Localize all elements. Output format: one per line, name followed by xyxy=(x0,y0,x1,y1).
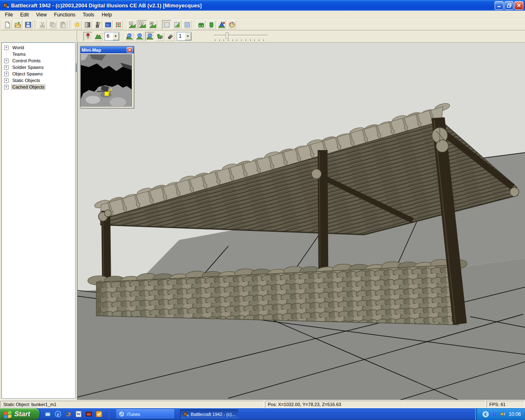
task-itunes[interactable]: iTunes xyxy=(116,409,174,419)
water-icon xyxy=(105,21,112,28)
strength-combo[interactable]: 1 ▼ xyxy=(177,32,192,41)
flatten-terrain-button[interactable] xyxy=(148,20,158,30)
tree-item-soldier-spawns[interactable]: +Soldier Spawns xyxy=(2,64,74,71)
minimap-canvas[interactable] xyxy=(80,54,132,107)
grid-detail-button[interactable] xyxy=(182,20,192,30)
slider-track[interactable] xyxy=(214,35,268,36)
object-tree-button[interactable] xyxy=(217,20,226,30)
menu-functions[interactable]: Functions xyxy=(51,11,79,18)
tree-item-static-objects[interactable]: +Static Objects xyxy=(2,77,74,84)
main-toolbar xyxy=(0,19,525,30)
minimize-button[interactable] xyxy=(495,1,504,10)
object-barrel-button[interactable] xyxy=(206,20,216,30)
marker-flower-button[interactable] xyxy=(83,32,93,41)
system-tray: 42 10:06 xyxy=(475,408,525,420)
mountain-button[interactable] xyxy=(93,32,103,41)
close-icon xyxy=(128,48,131,52)
tree-item-control-points[interactable]: +Control Points xyxy=(2,57,74,64)
menu-tools[interactable]: Tools xyxy=(80,11,98,18)
taskbar: Start e W iTunes 42 Battlecraft 1942 - (… xyxy=(0,408,525,420)
svg-text:e: e xyxy=(57,411,59,417)
start-button[interactable]: Start xyxy=(0,408,39,420)
water-level-button[interactable] xyxy=(103,20,113,30)
start-label: Start xyxy=(14,410,30,418)
restore-button[interactable] xyxy=(504,1,514,10)
battlecraft-tray-icon[interactable]: 42 xyxy=(492,412,497,417)
new-button[interactable] xyxy=(2,20,12,30)
eraser-button[interactable] xyxy=(165,32,175,41)
cut-button[interactable] xyxy=(37,20,47,30)
globe-icon xyxy=(136,33,143,40)
word-icon[interactable]: W xyxy=(75,411,82,418)
brush-slider[interactable] xyxy=(214,31,268,42)
tree-item-object-spawns[interactable]: +Object Spawns xyxy=(2,71,74,77)
soldier-spawn-button[interactable] xyxy=(93,20,103,30)
save-button[interactable] xyxy=(23,20,33,30)
minimap-close-button[interactable] xyxy=(127,47,132,52)
task-battlecraft[interactable]: 42 Battlecraft 1942 - (c)... xyxy=(180,409,238,419)
menu-help[interactable]: Help xyxy=(98,11,115,18)
close-icon xyxy=(517,3,521,7)
paint-texture-icon xyxy=(173,21,180,28)
open-folder-icon xyxy=(14,21,21,28)
texture-grid-button[interactable] xyxy=(113,20,123,30)
globe-raise-button[interactable] xyxy=(124,32,134,41)
slider-handle[interactable] xyxy=(226,32,228,39)
bulldozer-icon xyxy=(157,33,164,40)
media-player-icon[interactable] xyxy=(85,411,92,418)
globe-lower-button[interactable] xyxy=(145,32,155,41)
paint-texture-button[interactable] xyxy=(172,20,182,30)
chevron-down-icon[interactable]: ▼ xyxy=(185,32,191,40)
close-button[interactable] xyxy=(514,1,523,10)
viewport-3d[interactable]: Mini-Map xyxy=(77,43,525,400)
menu-bar: File Edit View Functions Tools Help xyxy=(0,11,525,19)
menu-edit[interactable]: Edit xyxy=(17,11,32,18)
expand-icon[interactable]: + xyxy=(4,78,9,83)
cut-icon xyxy=(39,21,46,28)
fog-gradient-button[interactable] xyxy=(82,20,92,30)
tray-chevron-icon[interactable] xyxy=(482,411,489,418)
expand-icon[interactable]: + xyxy=(4,46,9,50)
restore-icon xyxy=(507,3,511,8)
copy-button[interactable] xyxy=(48,20,57,30)
menu-view[interactable]: View xyxy=(33,11,50,18)
expand-icon[interactable]: + xyxy=(4,65,9,70)
internet-explorer-icon[interactable]: e xyxy=(55,411,62,418)
paste-button[interactable] xyxy=(58,20,68,30)
outlook-express-icon[interactable] xyxy=(44,411,51,418)
tree-item-world[interactable]: +World xyxy=(2,44,74,51)
globe-button[interactable] xyxy=(135,32,144,41)
raise-terrain-button[interactable] xyxy=(127,20,137,30)
paste-icon xyxy=(59,21,66,28)
palette-button[interactable] xyxy=(227,20,237,30)
menu-file[interactable]: File xyxy=(2,11,16,18)
minimap-titlebar[interactable]: Mini-Map xyxy=(80,46,134,53)
brush-size-combo[interactable]: 6 ▼ xyxy=(105,32,119,41)
chevron-down-icon[interactable]: ▼ xyxy=(112,32,119,40)
grid-light-button[interactable] xyxy=(162,20,171,30)
marker-flower-icon xyxy=(84,33,91,40)
raise-terrain-icon xyxy=(129,21,136,28)
firefox-icon[interactable] xyxy=(65,411,72,418)
sun-light-button[interactable] xyxy=(72,20,82,30)
expand-icon[interactable]: + xyxy=(4,72,9,76)
save-icon xyxy=(25,21,32,28)
battlecraft-window: 42 Battlecraft 1942 - (c)2003,2004 Digit… xyxy=(0,0,525,420)
bulldozer-button[interactable] xyxy=(155,32,165,41)
smooth-terrain-button[interactable] xyxy=(137,20,147,30)
open-button[interactable] xyxy=(13,20,23,30)
expand-icon[interactable]: + xyxy=(4,85,9,89)
edit-toolbar: 6 ▼ 1 ▼ xyxy=(77,30,525,43)
gradient-icon xyxy=(84,21,91,28)
office-task-icon[interactable] xyxy=(96,411,103,418)
object-browser-button[interactable] xyxy=(196,20,206,30)
app-icon: 42 xyxy=(2,2,9,9)
tree-item-teams[interactable]: Teams xyxy=(2,51,74,57)
minimap-window[interactable]: Mini-Map xyxy=(80,46,134,108)
tree-item-cached-objects[interactable]: +Cached Objects xyxy=(2,84,74,90)
svg-text:42: 42 xyxy=(187,415,189,417)
expand-icon[interactable]: + xyxy=(4,59,9,63)
volume-icon[interactable] xyxy=(500,411,506,417)
status-fps: FPS: 61 xyxy=(486,401,525,408)
sidebar: Show All ▼ +World Teams +Control Points … xyxy=(0,30,77,400)
